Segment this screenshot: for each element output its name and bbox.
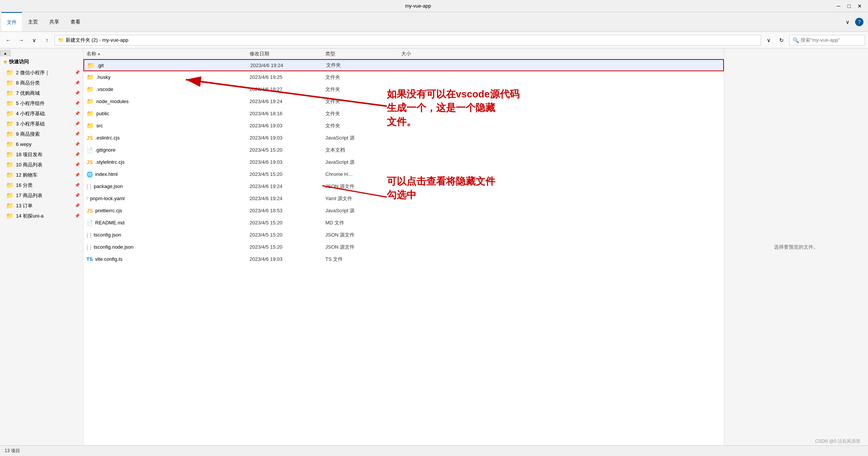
sidebar-item-7[interactable]: 📁 6 wepy 📌: [0, 139, 83, 149]
json-icon-14: { }: [86, 232, 91, 238]
pin-icon-13: 📌: [75, 203, 80, 208]
file-row-7[interactable]: 📄 .gitignore 2023/4/5 15:20 文本文档: [83, 144, 724, 156]
file-row-8[interactable]: JS .stylelintrc.cjs 2023/4/6 19:03 JavaS…: [83, 156, 724, 168]
minimize-button[interactable]: ─: [833, 1, 844, 11]
folder-icon: 📁: [6, 182, 14, 189]
forward-button[interactable]: →: [16, 35, 27, 45]
status-bar: 13 项目: [0, 445, 868, 456]
folder-icon-3: 📁: [86, 98, 94, 105]
sidebar-item-2[interactable]: 📁 7 优购商城 📌: [0, 88, 83, 98]
search-input[interactable]: [801, 37, 861, 43]
folder-icon-2: 📁: [86, 86, 94, 93]
quick-access-header: ★ 快速访问: [0, 56, 83, 67]
ribbon-tab-home[interactable]: 主页: [23, 12, 43, 31]
file-name-5: src: [96, 123, 103, 128]
sidebar-item-5[interactable]: 📁 3 小程序基础 📌: [0, 119, 83, 129]
file-row-14[interactable]: { } tsconfig.json 2023/4/5 15:20 JSON 源文…: [83, 229, 724, 241]
yaml-icon-11: !: [86, 196, 88, 201]
maximize-button[interactable]: □: [844, 1, 854, 11]
txt-icon-7: 📄: [86, 147, 93, 153]
title-bar-text: my-vue-app: [3, 3, 833, 9]
file-row-1[interactable]: 📁 .husky 2023/4/6 19:25 文件夹: [83, 71, 724, 83]
file-date-13: 2023/4/5 15:20: [250, 220, 325, 226]
sidebar-item-3[interactable]: 📁 5 小程序组件 📌: [0, 98, 83, 108]
title-bar: my-vue-app ─ □ ✕: [0, 0, 868, 12]
ribbon-collapse-button[interactable]: ∨: [842, 17, 853, 27]
sidebar-item-label-0: 2 微信小程序｜: [16, 69, 50, 76]
file-name-11: pnpm-lock.yaml: [90, 196, 125, 201]
pin-icon-4: 📌: [75, 111, 80, 116]
sidebar-item-label-14: 14 初探uni-a: [16, 213, 44, 219]
file-name-7: .gitignore: [95, 147, 115, 153]
back-button[interactable]: ←: [3, 35, 14, 45]
star-icon: ★: [3, 59, 8, 65]
file-date-15: 2023/4/5 15:20: [250, 244, 325, 250]
column-size-header[interactable]: 大小: [401, 50, 721, 57]
folder-icon-1: 📁: [86, 74, 94, 81]
sidebar-item-14[interactable]: 📁 14 初探uni-a 📌: [0, 211, 83, 221]
sidebar-item-1[interactable]: 📁 8 商品分类 📌: [0, 78, 83, 88]
path-part-1[interactable]: 新建文件夹 (2): [66, 37, 98, 44]
sidebar-item-12[interactable]: 📁 17 商品列表 📌: [0, 190, 83, 201]
sidebar-item-4[interactable]: 📁 4 小程序基础. 📌: [0, 108, 83, 119]
dropdown-button[interactable]: ∨: [29, 35, 39, 45]
annotation-2: 可以点击查看将隐藏文件 勾选中: [387, 174, 569, 202]
column-type-header[interactable]: 类型: [325, 50, 401, 57]
sidebar-item-10[interactable]: 📁 12 购物车 📌: [0, 170, 83, 180]
scroll-up-button[interactable]: ▲: [0, 50, 11, 56]
close-button[interactable]: ✕: [854, 1, 865, 11]
ribbon-tab-share[interactable]: 共享: [44, 12, 64, 31]
file-row-0[interactable]: 📁 .git 2023/4/6 19:24 文件夹: [83, 59, 724, 71]
column-name-header[interactable]: 名称 ▲: [86, 50, 250, 57]
up-button[interactable]: ↑: [42, 35, 52, 45]
folder-icon: 📁: [6, 171, 14, 179]
file-row-6[interactable]: JS .eslintrc.cjs 2023/4/6 19:03 JavaScri…: [83, 132, 724, 144]
file-name-8: .stylelintrc.cjs: [95, 159, 124, 165]
sidebar-item-8[interactable]: 📁 18 项目发布 📌: [0, 149, 83, 160]
sidebar-item-13[interactable]: 📁 13 订单 📌: [0, 201, 83, 211]
folder-icon: 📁: [6, 100, 14, 107]
file-row-13[interactable]: 📄 README.md 2023/4/5 15:20 MD 文件: [83, 217, 724, 229]
sidebar-item-0[interactable]: 📁 2 微信小程序｜ 📌: [0, 67, 83, 78]
ribbon-tab-file[interactable]: 文件: [2, 12, 22, 31]
file-type-13: MD 文件: [325, 219, 401, 226]
ribbon-help-button[interactable]: ?: [855, 18, 863, 26]
file-name-3: node_modules: [96, 99, 129, 104]
address-bar: ← → ∨ ↑ 📁 新建文件夹 (2) › my-vue-app ∨ ↻ 🔍: [0, 32, 868, 49]
sidebar-item-label-1: 8 商品分类: [16, 80, 40, 86]
path-part-2[interactable]: my-vue-app: [102, 37, 129, 43]
file-type-16: TS 文件: [325, 256, 401, 263]
file-name-9: index.html: [95, 171, 118, 177]
ribbon-tab-view[interactable]: 查看: [65, 12, 86, 31]
chrome-icon-9: 🌐: [86, 171, 93, 177]
sidebar-item-9[interactable]: 📁 10 商品列表 📌: [0, 160, 83, 170]
file-row-16[interactable]: TS vite.config.ts 2023/4/6 19:03 TS 文件: [83, 253, 724, 265]
file-name-10: package.json: [94, 183, 123, 189]
pin-icon-5: 📌: [75, 121, 80, 126]
file-name-16: vite.config.ts: [95, 256, 122, 262]
file-name-13: README.md: [95, 220, 124, 226]
file-date-7: 2023/4/5 15:20: [250, 147, 325, 153]
refresh-button[interactable]: ↻: [776, 35, 787, 45]
sidebar-item-label-8: 18 项目发布: [16, 151, 42, 158]
sidebar-item-11[interactable]: 📁 16 分类 📌: [0, 180, 83, 190]
search-box[interactable]: 🔍: [789, 35, 865, 45]
md-icon-13: 📄: [86, 220, 93, 226]
json-icon-15: { }: [86, 244, 91, 250]
sort-arrow-icon: ▲: [97, 52, 101, 56]
sidebar-item-label-13: 13 订单: [16, 202, 33, 209]
address-path[interactable]: 📁 新建文件夹 (2) › my-vue-app: [55, 35, 761, 45]
file-date-12: 2023/4/6 18:53: [250, 208, 325, 213]
sidebar-item-label-9: 10 商品列表: [16, 161, 42, 168]
sidebar-item-6[interactable]: 📁 9 商品搜索 📌: [0, 129, 83, 139]
js-icon-12: JS: [86, 208, 93, 214]
file-date-4: 2023/4/6 18:16: [250, 111, 325, 116]
sidebar-item-label-3: 5 小程序组件: [16, 100, 45, 107]
pin-icon-6: 📌: [75, 132, 80, 136]
dropdown-path-button[interactable]: ∨: [763, 35, 774, 45]
file-row-12[interactable]: JS prettierrc.cjs 2023/4/6 18:53 JavaScr…: [83, 205, 724, 217]
file-row-15[interactable]: { } tsconfig.node.json 2023/4/5 15:20 JS…: [83, 241, 724, 253]
file-date-0: 2023/4/6 19:24: [250, 63, 326, 68]
folder-icon: 📁: [6, 161, 14, 168]
column-date-header[interactable]: 修改日期: [250, 50, 325, 57]
